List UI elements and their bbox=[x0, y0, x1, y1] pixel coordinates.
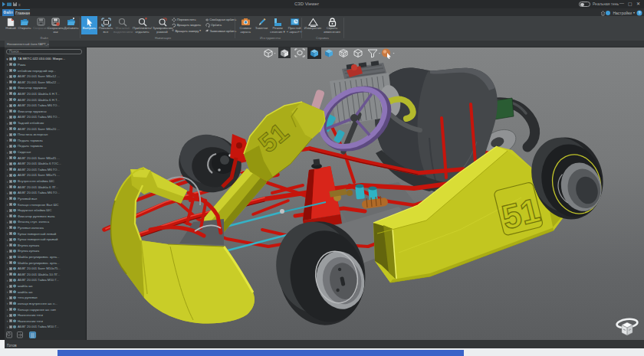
svg-text:?: ? bbox=[639, 11, 641, 15]
svg-text:≡: ≡ bbox=[18, 2, 21, 7]
